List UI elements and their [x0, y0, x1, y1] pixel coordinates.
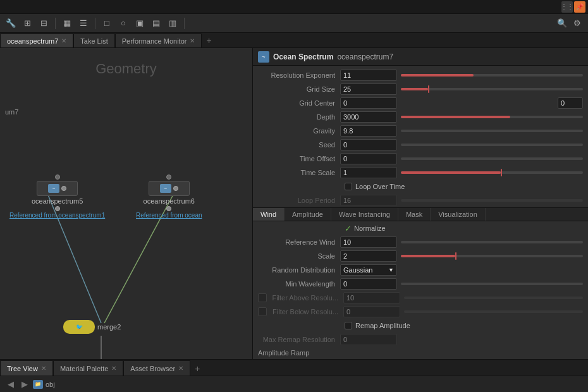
- filter-below-input[interactable]: [343, 306, 400, 317]
- filter-below-checkbox[interactable]: [258, 307, 267, 316]
- tab-close-icon[interactable]: ✕: [190, 37, 195, 44]
- param-row-resolution-exponent: Resolution Exponent: [253, 68, 588, 82]
- param-row-normalize: ✓ Normalize: [253, 221, 588, 235]
- filter-above-input[interactable]: [343, 292, 400, 303]
- param-row-filter-below: Filter Below Resolu...: [253, 305, 588, 319]
- random-distribution-dropdown[interactable]: Gaussian ▼: [340, 264, 397, 276]
- check-mark-icon: ✓: [345, 224, 352, 233]
- param-label: Filter Below Resolu...: [270, 308, 343, 315]
- slider-fill: [401, 88, 428, 90]
- settings-button[interactable]: ⚙: [570, 16, 584, 30]
- tab-oceanspectrum7[interactable]: oceanspectrum7 ✕: [0, 34, 73, 47]
- tab-close-icon[interactable]: ✕: [178, 365, 183, 372]
- filter-above-slider[interactable]: [404, 297, 583, 299]
- time-scale-slider[interactable]: [401, 171, 583, 174]
- tab-bar: oceanspectrum7 ✕ Take List Performance M…: [0, 33, 588, 48]
- tab-wave-instancing[interactable]: Wave Instancing: [331, 208, 398, 221]
- scale-input[interactable]: [340, 250, 397, 262]
- loop-over-time-checkbox[interactable]: [345, 183, 352, 190]
- params-scroll[interactable]: Resolution Exponent Grid Size Grid Cente…: [253, 66, 588, 359]
- tab-mask[interactable]: Mask: [398, 208, 431, 221]
- grid-center-x-input[interactable]: [340, 97, 397, 109]
- gravity-input[interactable]: [340, 125, 397, 137]
- node-oceanspectrum5[interactable]: ~ oceanspectrum5 Referenced from oceansp…: [9, 175, 105, 219]
- search-button[interactable]: 🔍: [556, 18, 568, 29]
- param-label: Resolution Exponent: [258, 71, 340, 79]
- node-oceanspectrum6[interactable]: ~ oceanspectrum6 Referenced from ocean: [136, 175, 202, 219]
- node-canvas: ~ oceanspectrum5 Referenced from oceansp…: [0, 48, 252, 359]
- tab-visualization[interactable]: Visualization: [431, 208, 486, 221]
- depth-input[interactable]: [340, 111, 397, 123]
- max-remap-input[interactable]: [340, 334, 397, 345]
- tab-label: Performance Monitor: [122, 37, 187, 45]
- nav-forward-button[interactable]: ▶: [19, 378, 30, 390]
- square-button[interactable]: □: [100, 16, 114, 30]
- reference-wind-slider[interactable]: [401, 241, 583, 243]
- top-bar-icons: ⋮⋮ 📌: [561, 1, 585, 13]
- param-row-grid-center: Grid Center: [253, 96, 588, 110]
- gravity-slider[interactable]: [401, 130, 583, 132]
- tab-amplitude[interactable]: Amplitude: [285, 208, 331, 221]
- table-button[interactable]: ▦: [60, 16, 74, 30]
- tab-wind[interactable]: Wind: [253, 208, 285, 221]
- bottom-tab-add-button[interactable]: +: [190, 362, 204, 376]
- loop-period-slider[interactable]: [401, 199, 583, 202]
- nav-back-button[interactable]: ◀: [5, 378, 16, 390]
- panel-icon: ~: [258, 51, 269, 63]
- copy-button[interactable]: ⊞: [20, 16, 34, 30]
- tab-performance-monitor[interactable]: Performance Monitor ✕: [115, 34, 202, 47]
- time-offset-slider[interactable]: [401, 157, 583, 160]
- scale-slider[interactable]: [401, 255, 583, 257]
- depth-slider[interactable]: [401, 116, 583, 118]
- param-row-scale: Scale: [253, 249, 588, 263]
- bottom-tab-asset-browser[interactable]: Asset Browser ✕: [123, 360, 190, 376]
- param-label: Random Distribution: [258, 266, 340, 274]
- filter-below-slider[interactable]: [404, 310, 583, 313]
- min-wavelength-input[interactable]: [340, 278, 397, 290]
- tab-take-list[interactable]: Take List: [73, 34, 114, 47]
- time-offset-input[interactable]: [340, 153, 397, 164]
- img1-button[interactable]: ▣: [133, 16, 147, 30]
- seed-input[interactable]: [340, 139, 397, 150]
- param-row-seed: Seed: [253, 138, 588, 152]
- reference-wind-input[interactable]: [340, 236, 397, 248]
- grid-center-y-input[interactable]: [558, 97, 583, 109]
- remap-amplitude-checkbox[interactable]: [345, 322, 352, 329]
- circle-button[interactable]: ○: [116, 16, 130, 30]
- wrench-button[interactable]: 🔧: [4, 16, 18, 30]
- node-ref-spectrum5[interactable]: Referenced from oceanspectrum1: [9, 212, 105, 219]
- param-row-remap-amplitude: Remap Amplitude: [253, 319, 588, 333]
- param-label: Scale: [258, 252, 340, 260]
- dropdown-value: Gaussian: [343, 266, 372, 274]
- grid-icon[interactable]: ⋮⋮: [561, 1, 573, 13]
- inner-tabs: Wind Amplitude Wave Instancing Mask Visu…: [253, 207, 588, 221]
- tab-close-icon[interactable]: ✕: [111, 365, 116, 372]
- param-label: Time Scale: [258, 169, 340, 176]
- seed-slider[interactable]: [401, 144, 583, 146]
- grid-size-input[interactable]: [340, 83, 397, 95]
- tab-add-button[interactable]: +: [202, 34, 216, 47]
- grid-size-slider[interactable]: [401, 88, 583, 90]
- bottom-tab-tree-view[interactable]: Tree View ✕: [0, 360, 53, 376]
- slider-handle: [455, 252, 456, 260]
- toolbar: 🔧 ⊞ ⊟ ▦ ☰ □ ○ ▣ ▤ ▥ 🔍 ⚙: [0, 14, 588, 33]
- pin-icon[interactable]: 📌: [574, 1, 585, 13]
- img2-button[interactable]: ▤: [149, 16, 163, 30]
- layout-button[interactable]: ⊟: [37, 16, 51, 30]
- time-scale-input[interactable]: [340, 167, 397, 178]
- node-ref-spectrum6[interactable]: Referenced from ocean: [136, 212, 202, 219]
- panel-title: Ocean Spectrum: [273, 52, 333, 61]
- resolution-exponent-slider[interactable]: [401, 74, 583, 77]
- param-label: Loop Period: [258, 197, 340, 204]
- tab-close-icon[interactable]: ✕: [41, 365, 46, 372]
- loop-period-input[interactable]: [340, 195, 397, 206]
- node-merge2[interactable]: 🐦 merge2: [63, 320, 121, 334]
- filter-above-checkbox[interactable]: [258, 293, 267, 302]
- bottom-tab-material-palette[interactable]: Material Palette ✕: [53, 360, 123, 376]
- min-wavelength-slider[interactable]: [401, 283, 583, 285]
- param-label: Filter Above Resolu...: [270, 294, 343, 302]
- img3-button[interactable]: ▥: [166, 16, 180, 30]
- bars-button[interactable]: ☰: [77, 16, 90, 30]
- resolution-exponent-input[interactable]: [340, 70, 397, 81]
- tab-close-icon[interactable]: ✕: [61, 37, 66, 44]
